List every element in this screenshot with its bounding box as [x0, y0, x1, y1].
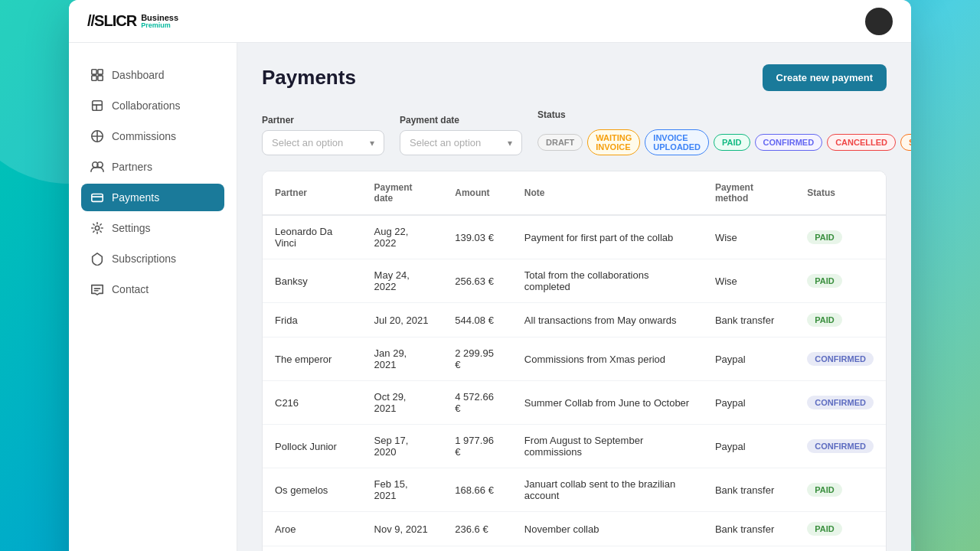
cell-partner: Banksy — [263, 259, 362, 303]
col-header-note: Note — [512, 171, 703, 215]
svg-rect-1 — [98, 70, 103, 74]
status-chip-cancelled[interactable]: CANCELLED — [827, 134, 896, 151]
cell-note: Januart collab sent to the brazilian acc… — [512, 468, 703, 512]
logo-badge: Business Premium — [141, 13, 178, 30]
sidebar-item-collaborations[interactable]: Collaborations — [81, 92, 224, 119]
cell-partner: Os gemelos — [263, 468, 362, 512]
cell-date: Jul 20, 2021 — [362, 303, 443, 337]
table-row[interactable]: Banksy May 24, 2022 256.63 € Total from … — [263, 259, 886, 303]
cell-status: PAID — [795, 259, 886, 303]
date-chevron-icon: ▾ — [508, 138, 512, 148]
cell-note: Commissions from Xmas period — [512, 337, 703, 381]
cell-partner: Pollock Junior — [263, 425, 362, 468]
status-badge: PAID — [807, 230, 841, 244]
table-row[interactable]: Leonardo Da Vinci Aug 22, 2022 139.03 € … — [263, 215, 886, 259]
sidebar-item-subscriptions[interactable]: Subscriptions — [81, 245, 224, 272]
page-header: Payments Create new payment — [262, 64, 887, 91]
date-filter-group: Payment date Select an option ▾ — [400, 115, 522, 155]
subscriptions-icon — [90, 252, 104, 266]
status-badge: PAID — [807, 483, 841, 497]
sidebar-item-label-contact: Contact — [112, 283, 149, 295]
cell-status: PAID — [795, 215, 886, 259]
svg-rect-4 — [93, 101, 103, 111]
svg-rect-2 — [92, 76, 96, 80]
cell-amount: 4 572.66 € — [443, 381, 512, 425]
svg-rect-0 — [92, 70, 96, 74]
cell-date: May 24, 2022 — [362, 259, 443, 303]
sidebar-item-label-dashboard: Dashboard — [112, 69, 165, 81]
cell-status: PAID — [795, 512, 886, 546]
avatar[interactable] — [865, 8, 893, 35]
cell-partner: Sobek — [263, 546, 362, 552]
commissions-icon — [90, 129, 104, 143]
partners-icon — [90, 160, 104, 174]
cell-status: CONFIRMED — [795, 381, 886, 425]
sidebar-item-label-collaborations: Collaborations — [112, 99, 181, 112]
status-filter-group: Status DRAFTWAITING INVOICEINVOICE UPLOA… — [537, 109, 911, 155]
main-window: //SLICR Business Premium Dashboard Colla — [69, 0, 911, 551]
sidebar-item-dashboard[interactable]: Dashboard — [81, 61, 224, 89]
cell-date: Aug 22, 2022 — [362, 215, 443, 259]
collaborations-icon — [90, 99, 104, 112]
col-header-status: Status — [795, 171, 886, 215]
cell-method: Wise — [703, 215, 795, 259]
cell-amount: 467.33 € — [443, 546, 512, 552]
cell-status: PAID — [795, 303, 886, 337]
date-select-value: Select an option — [410, 137, 481, 148]
status-chip-confirmed[interactable]: CONFIRMED — [755, 134, 823, 151]
sidebar-item-contact[interactable]: Contact — [81, 276, 224, 303]
create-payment-button[interactable]: Create new payment — [763, 64, 887, 91]
contact-icon — [90, 282, 104, 296]
sidebar-item-label-partners: Partners — [112, 161, 152, 173]
sidebar-item-payments[interactable]: Payments — [81, 184, 224, 211]
cell-partner: Aroe — [263, 512, 362, 546]
status-badge: PAID — [807, 313, 841, 327]
sidebar-item-settings[interactable]: Settings — [81, 214, 224, 242]
cell-method: Paypal — [703, 425, 795, 468]
table-row[interactable]: The emperor Jan 29, 2021 2 299.95 € Comm… — [263, 337, 886, 381]
col-header-amount: Amount — [443, 171, 512, 215]
table-row[interactable]: Sobek May 10, 2021 467.33 € Commission f… — [263, 546, 886, 552]
cell-note: All transactions from May onwards — [512, 303, 703, 337]
cell-status: CONFIRMED — [795, 337, 886, 381]
status-chip-invoice-uploaded[interactable]: INVOICE UPLOADED — [645, 129, 709, 155]
partner-filter-group: Partner Select an option ▾ — [262, 115, 384, 155]
table-row[interactable]: Pollock Junior Sep 17, 2020 1 977.96 € F… — [263, 425, 886, 468]
status-chip-scheduled[interactable]: SCHEDULED — [900, 134, 911, 151]
sidebar-item-partners[interactable]: Partners — [81, 153, 224, 181]
cell-status: CONFIRMED — [795, 425, 886, 468]
partner-chevron-icon: ▾ — [370, 138, 374, 148]
cell-note: From August to September commissions — [512, 425, 703, 468]
logo-premium: Premium — [141, 22, 178, 30]
cell-partner: C216 — [263, 381, 362, 425]
cell-date: Jan 29, 2021 — [362, 337, 443, 381]
table-row[interactable]: Frida Jul 20, 2021 544.08 € All transact… — [263, 303, 886, 337]
table-row[interactable]: Aroe Nov 9, 2021 236.6 € November collab… — [263, 512, 886, 546]
table-row[interactable]: Os gemelos Feb 15, 2021 168.66 € Januart… — [263, 468, 886, 512]
sidebar-item-label-settings: Settings — [112, 222, 151, 234]
body-layout: Dashboard Collaborations Commissions P — [69, 43, 911, 551]
cell-method: Bank transfer — [703, 546, 795, 552]
payments-table-container: PartnerPayment dateAmountNotePayment met… — [262, 171, 887, 551]
partner-select[interactable]: Select an option ▾ — [262, 130, 384, 155]
status-chip-draft[interactable]: DRAFT — [537, 134, 583, 151]
cell-amount: 256.63 € — [443, 259, 512, 303]
logo-business: Business — [141, 13, 178, 22]
table-head: PartnerPayment dateAmountNotePayment met… — [263, 171, 886, 215]
date-select[interactable]: Select an option ▾ — [400, 130, 522, 155]
status-filter-label: Status — [537, 109, 911, 120]
svg-rect-12 — [92, 194, 103, 202]
logo-text: //SLICR — [87, 12, 136, 30]
sidebar-item-commissions[interactable]: Commissions — [81, 122, 224, 150]
status-chip-paid[interactable]: PAID — [714, 134, 750, 151]
table-row[interactable]: C216 Oct 29, 2021 4 572.66 € Summer Coll… — [263, 381, 886, 425]
svg-point-14 — [95, 226, 99, 230]
payments-table: PartnerPayment dateAmountNotePayment met… — [263, 171, 886, 551]
cell-partner: Frida — [263, 303, 362, 337]
cell-status: PAID — [795, 468, 886, 512]
logo: //SLICR Business Premium — [87, 12, 178, 30]
status-chip-waiting-invoice[interactable]: WAITING INVOICE — [587, 129, 640, 155]
cell-partner: The emperor — [263, 337, 362, 381]
cell-note: Summer Collab from June to October — [512, 381, 703, 425]
dashboard-icon — [90, 68, 104, 82]
